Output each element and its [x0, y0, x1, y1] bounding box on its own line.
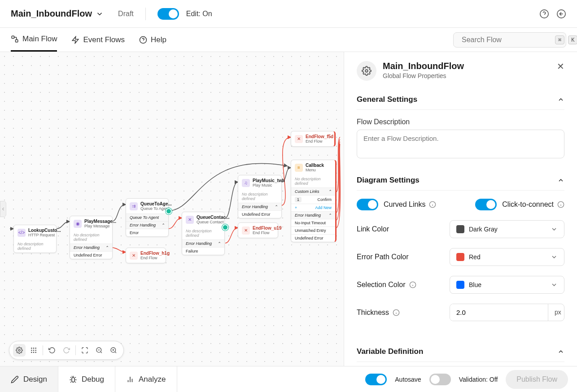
zoom-in-icon[interactable] — [107, 344, 120, 357]
node-queue-to-agent[interactable]: ⇉ QueueToAge...Queue To Agent Queue To A… — [126, 198, 169, 237]
gear-icon — [357, 61, 376, 81]
chart-icon — [126, 375, 134, 383]
flow-canvas[interactable]: </> LookupCusto...HTTP Request No descri… — [0, 52, 344, 366]
edit-label: Edit: On — [186, 10, 212, 18]
left-edge-handle[interactable] — [0, 201, 6, 217]
music-icon: ♫ — [242, 179, 250, 187]
tab-event-flows[interactable]: Event Flows — [71, 28, 125, 52]
flow-description-input[interactable] — [357, 130, 564, 158]
tab-label: Event Flows — [83, 35, 125, 44]
svg-point-28 — [365, 70, 368, 72]
svg-point-15 — [31, 350, 32, 351]
autosave-toggle[interactable] — [365, 374, 387, 385]
search-input-container[interactable]: ⌘ K — [453, 32, 566, 48]
add-new-link[interactable]: + Add New — [291, 204, 335, 211]
footer-tab-analyze[interactable]: Analyze — [115, 366, 177, 392]
selection-color-dropdown[interactable]: Blue — [450, 276, 564, 294]
lightning-icon — [71, 36, 79, 44]
flow-description-label: Flow Description — [357, 118, 564, 126]
status-badge: Draft — [111, 10, 134, 18]
chevron-down-icon — [551, 226, 558, 233]
redo-icon[interactable] — [60, 344, 73, 357]
section-diagram-settings[interactable]: Diagram Settings — [357, 170, 564, 191]
svg-line-25 — [115, 352, 116, 353]
help-icon[interactable] — [539, 9, 549, 19]
queue-icon: ⇉ — [130, 202, 138, 210]
autosave-label: Autosave — [395, 376, 421, 383]
tab-label: Main Flow — [22, 35, 57, 44]
validation-toggle[interactable] — [429, 374, 451, 385]
tab-main-flow[interactable]: Main Flow — [11, 28, 57, 52]
node-endflow-u19[interactable]: ✕ EndFlow_u19End Flow — [238, 222, 278, 238]
node-play-message[interactable]: ◉ PlayMessage...Play Message No descript… — [70, 216, 113, 259]
thickness-label: Thickness — [357, 309, 389, 317]
divider — [145, 8, 146, 20]
fit-icon[interactable] — [79, 344, 91, 357]
flow-title-text: Main_InboundFlow — [11, 9, 92, 19]
selection-color-label: Selection Color — [357, 281, 406, 289]
footer-tab-debug[interactable]: Debug — [58, 366, 115, 392]
section-variable-definition[interactable]: Variable Definition — [357, 342, 564, 362]
undo-icon[interactable] — [46, 344, 58, 357]
chevron-down-icon — [551, 253, 558, 261]
node-endflow-h1g[interactable]: ✕ EndFlow_h1gEnd Flow — [126, 248, 166, 263]
svg-rect-41 — [72, 377, 74, 382]
grid-icon[interactable] — [27, 344, 40, 357]
curved-links-toggle[interactable] — [357, 199, 378, 210]
canvas-toolbar — [9, 341, 124, 360]
edit-toggle[interactable] — [157, 8, 179, 20]
info-icon[interactable] — [409, 281, 416, 288]
chevron-left-icon — [0, 206, 6, 212]
svg-point-16 — [33, 350, 35, 351]
node-callback[interactable]: ≡ CallbackMenu No description defined Cu… — [291, 160, 337, 242]
help-circle-icon — [139, 36, 147, 44]
info-icon[interactable] — [393, 309, 400, 316]
error-color-label: Error Path Color — [357, 253, 409, 261]
panel-subtitle: Global Flow Properties — [383, 72, 464, 79]
configuration-tab[interactable]: Configuration — [357, 366, 407, 366]
node-queue-contact[interactable]: ✕ QueueContac...Queue Contact No descrip… — [182, 212, 225, 255]
node-endflow-f5d[interactable]: ✕ EndFlow_f5dEnd Flow — [291, 131, 336, 147]
desktop-viewability-tab[interactable]: Desktop Viewability & Order — [424, 366, 519, 366]
connector-dot[interactable] — [222, 224, 228, 231]
svg-point-19 — [33, 352, 35, 353]
zoom-out-icon[interactable] — [93, 344, 105, 357]
validation-label: Validation: Off — [459, 376, 498, 383]
tab-help[interactable]: Help — [139, 28, 166, 52]
color-swatch — [456, 253, 464, 261]
properties-panel: Main_InboundFlow Global Flow Properties … — [344, 52, 577, 366]
publish-button[interactable]: Publish Flow — [506, 370, 568, 389]
info-icon[interactable] — [557, 201, 564, 208]
link-color-dropdown[interactable]: Dark Gray — [450, 220, 564, 238]
error-color-dropdown[interactable]: Red — [450, 248, 564, 266]
bug-icon — [69, 375, 77, 383]
svg-rect-5 — [16, 40, 18, 42]
chevron-up-icon — [557, 177, 564, 184]
settings-icon[interactable] — [13, 344, 26, 357]
info-icon[interactable] — [429, 201, 436, 208]
svg-marker-6 — [73, 36, 79, 43]
click-connect-label: Click-to-connect — [502, 200, 554, 209]
section-general-settings[interactable]: General Settings — [357, 90, 564, 110]
chevron-up-icon — [557, 348, 564, 355]
close-icon: ✕ — [242, 226, 250, 235]
flow-title-dropdown[interactable]: Main_InboundFlow — [11, 9, 104, 19]
node-lookup-customer[interactable]: </> LookupCusto...HTTP Request No descri… — [13, 225, 57, 253]
thickness-input[interactable] — [450, 304, 548, 321]
click-to-connect-toggle[interactable] — [475, 199, 497, 210]
exit-icon[interactable] — [556, 9, 566, 19]
close-icon[interactable]: ✕ — [557, 61, 564, 72]
close-icon: ✕ — [295, 135, 303, 143]
svg-point-14 — [35, 348, 36, 349]
svg-point-20 — [35, 352, 36, 353]
svg-point-12 — [31, 348, 32, 349]
connector-dot[interactable] — [166, 208, 172, 214]
svg-point-11 — [18, 349, 20, 351]
pencil-icon — [11, 375, 19, 383]
flow-icon — [11, 35, 19, 43]
search-input[interactable] — [462, 36, 551, 44]
menu-icon: ≡ — [295, 164, 303, 172]
tab-label: Help — [151, 35, 166, 44]
footer-tab-design[interactable]: Design — [0, 366, 58, 392]
node-play-music[interactable]: ♫ PlayMusic_twhPlay Music No description… — [238, 175, 282, 218]
